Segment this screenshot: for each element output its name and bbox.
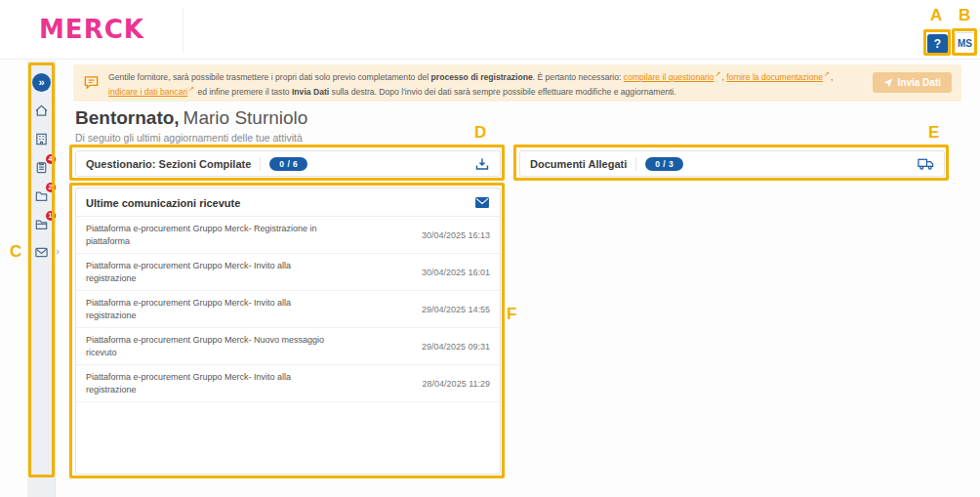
external-link-icon: ↗ xyxy=(188,83,194,95)
banner-bold-registration: processo di registrazione xyxy=(431,72,533,82)
banner-intro: Gentile fornitore, sarà possibile trasme… xyxy=(108,72,431,82)
link-fornire-documentazione[interactable]: fornire la documentazione↗ xyxy=(726,72,831,82)
sidebar-item-company[interactable] xyxy=(32,130,51,148)
progress-badge: 0 / 3 xyxy=(645,157,683,171)
annotation-label-d: D xyxy=(474,123,486,143)
communication-subject: Piattaforma e-procurement Gruppo Merck- … xyxy=(86,297,342,321)
divider xyxy=(635,157,636,171)
communication-date: 30/04/2025 16:13 xyxy=(422,230,490,240)
banner-bold-invia-dati: Invia Dati xyxy=(292,87,329,97)
communication-date: 28/04/2025 11:29 xyxy=(423,379,490,389)
notification-badge: 2 xyxy=(46,183,56,192)
annotation-label-f: F xyxy=(507,305,516,324)
banner-text: Gentile fornitore, sarà possibile trasme… xyxy=(108,68,864,98)
help-button[interactable]: ? xyxy=(927,34,948,54)
documents-summary-card: Documenti Allegati 0 / 3 xyxy=(519,150,945,177)
communication-subject: Piattaforma e-procurement Gruppo Merck- … xyxy=(86,371,342,395)
communication-date: 29/04/2025 14:55 xyxy=(422,305,490,314)
greeting-text: Bentornato, xyxy=(75,107,180,128)
home-icon xyxy=(34,104,49,118)
merck-logo: MERCK xyxy=(39,15,144,44)
annotation-label-c: C xyxy=(10,242,21,262)
notification-badge: 1 xyxy=(46,211,56,221)
communication-row[interactable]: Piattaforma e-procurement Gruppo Merck- … xyxy=(76,365,500,402)
communication-row[interactable]: Piattaforma e-procurement Gruppo Merck- … xyxy=(76,328,500,365)
chevron-right-icon: › xyxy=(56,246,59,257)
sidebar: » 4 2 1 xyxy=(27,61,56,497)
paper-plane-icon xyxy=(883,78,893,88)
banner-mid: . È pertanto necessario: xyxy=(533,72,624,82)
delivery-truck-icon[interactable] xyxy=(918,157,934,171)
link-label: fornire la documentazione xyxy=(726,72,823,82)
page-title: Bentornato,Mario Sturniolo xyxy=(75,107,307,129)
communication-date: 30/04/2025 16:01 xyxy=(422,268,490,277)
sidebar-expand-button[interactable]: » xyxy=(32,73,51,92)
app-root: MERCK ? MS » 4 2 xyxy=(0,0,980,497)
download-tray-icon[interactable] xyxy=(474,156,490,172)
communication-row[interactable]: Piattaforma e-procurement Gruppo Merck- … xyxy=(76,291,500,328)
header-divider xyxy=(183,8,184,53)
link-label: indicare i dati bancari xyxy=(108,87,187,97)
link-compila-questionario[interactable]: compilare il questionario↗ xyxy=(624,72,722,82)
sidebar-item-bank-data[interactable]: 1 xyxy=(32,215,51,233)
banner-mid2: ed infine premere il tasto xyxy=(195,87,292,97)
invia-dati-label: Invia Dati xyxy=(898,77,941,88)
communications-header: Ultime comunicazioni ricevute xyxy=(76,188,500,217)
communication-row[interactable]: Piattaforma e-procurement Gruppo Merck- … xyxy=(76,254,500,291)
notification-badge: 4 xyxy=(46,154,56,164)
questionnaire-summary-card: Questionario: Sezioni Compilate 0 / 6 xyxy=(75,150,501,177)
header: MERCK ? MS xyxy=(0,0,980,60)
communication-subject: Piattaforma e-procurement Gruppo Merck- … xyxy=(86,260,342,284)
progress-badge: 0 / 6 xyxy=(269,157,307,171)
external-link-icon: ↗ xyxy=(715,68,721,80)
communications-panel: Ultime comunicazioni ricevute Piattaform… xyxy=(75,187,501,475)
link-indicare-dati-bancari[interactable]: indicare i dati bancari↗ xyxy=(108,87,195,97)
invia-dati-button[interactable]: Invia Dati xyxy=(873,72,952,93)
building-icon xyxy=(34,132,49,146)
annotation-label-e: E xyxy=(928,123,939,143)
external-link-icon: ↗ xyxy=(824,68,830,80)
card-title: Questionario: Sezioni Compilate xyxy=(86,158,251,170)
mail-filled-icon[interactable] xyxy=(474,196,490,209)
user-name: Mario Sturniolo xyxy=(184,107,308,128)
sidebar-item-questionnaire[interactable]: 4 xyxy=(32,158,51,177)
mail-icon xyxy=(34,245,49,260)
communications-title: Ultime comunicazioni ricevute xyxy=(86,197,240,209)
banner-end: sulla destra. Dopo l'invio dei dati sarà… xyxy=(329,87,675,97)
sidebar-item-documents[interactable]: 2 xyxy=(32,186,51,205)
user-avatar-button[interactable]: MS xyxy=(955,32,975,54)
banner-separator: , xyxy=(831,72,833,82)
communication-subject: Piattaforma e-procurement Gruppo Merck- … xyxy=(86,334,342,358)
registration-banner: Gentile fornitore, sarà possibile trasme… xyxy=(73,64,961,102)
link-label: compilare il questionario xyxy=(624,72,715,82)
page-subtitle: Di seguito gli ultimi aggiornamenti dell… xyxy=(75,132,303,144)
card-title: Documenti Allegati xyxy=(530,158,627,170)
double-chevron-right-icon: » xyxy=(32,73,51,92)
communication-subject: Piattaforma e-procurement Gruppo Merck- … xyxy=(86,223,342,247)
communication-row[interactable]: Piattaforma e-procurement Gruppo Merck- … xyxy=(76,217,500,254)
sidebar-item-messages[interactable]: › xyxy=(32,243,51,262)
sidebar-item-home[interactable] xyxy=(32,102,51,120)
communications-list: Piattaforma e-procurement Gruppo Merck- … xyxy=(76,217,500,402)
info-bubble-icon xyxy=(83,74,100,91)
communication-date: 29/04/2025 09:31 xyxy=(422,342,490,352)
divider xyxy=(260,157,261,171)
